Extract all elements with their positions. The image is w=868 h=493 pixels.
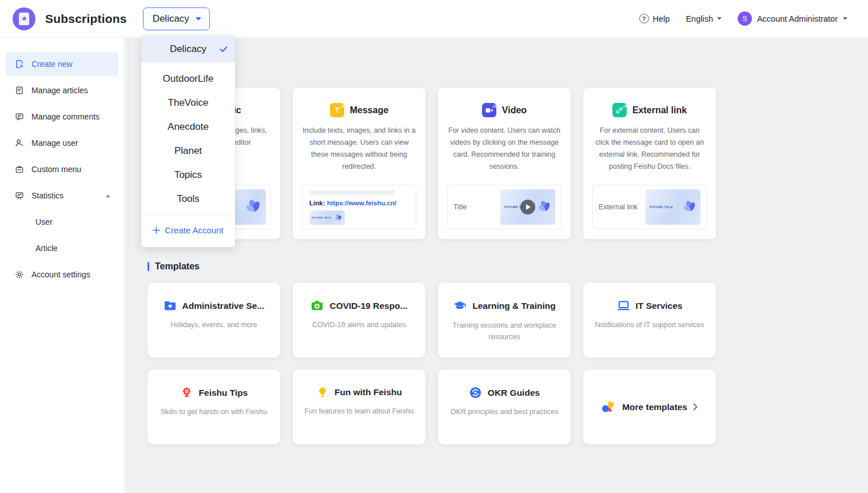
- sidebar-item-label: Manage comments: [31, 112, 99, 121]
- message-preview: Link: https://www.feishu.cn/ FUTURE TALK: [302, 185, 416, 229]
- comment-icon: [15, 112, 24, 121]
- dropdown-item-topics[interactable]: Topics: [141, 163, 235, 187]
- video-doc-icon: [482, 103, 496, 117]
- chevron-right-icon: [693, 403, 698, 411]
- dropdown-item-label: Anecdote: [168, 121, 209, 133]
- template-description: Fun features to learn about Feishu: [303, 405, 415, 417]
- templates-row-2: Feishu Tips Skills to get hands-on with …: [148, 369, 716, 444]
- thumbnail-text: FUTURE TALK: [650, 205, 673, 209]
- dropdown-item-label: Delicacy: [170, 43, 206, 55]
- template-description: Holidays, events, and more: [158, 319, 270, 331]
- dropdown-item-delicacy[interactable]: Delicacy: [141, 35, 235, 62]
- sidebar-item-statistics-article[interactable]: Article: [6, 236, 118, 260]
- content-type-card-external-link[interactable]: External link For external content. User…: [583, 88, 716, 239]
- template-card-it-services[interactable]: IT Services Notifications of IT support …: [583, 283, 716, 357]
- sidebar-item-label: Statistics: [31, 191, 63, 200]
- section-title-bar: [148, 262, 149, 271]
- app-root: Subscriptions Delicacy ? Help English S …: [0, 0, 868, 493]
- sidebar-item-label: Article: [35, 244, 58, 253]
- okr-swirl-icon: [469, 386, 482, 399]
- content-type-card-message[interactable]: Message Include texts, images, and links…: [293, 88, 425, 239]
- template-card-fun-with-feishu[interactable]: Fun with Feishu Fun features to learn ab…: [293, 369, 425, 444]
- preview-label: External link: [599, 203, 638, 211]
- main-content: Graphic Combine rich texts, images, link…: [125, 38, 868, 493]
- sidebar-item-label: Custom menu: [31, 165, 81, 174]
- language-selector[interactable]: English: [686, 14, 722, 23]
- header-actions: ? Help English S Account Administrator: [639, 11, 847, 26]
- link-label: Link:: [309, 200, 325, 206]
- template-description: Training sessions and workplace resource…: [448, 320, 560, 343]
- gear-icon: [15, 270, 24, 279]
- shapes-icon: [602, 401, 616, 414]
- account-name: Account Administrator: [757, 14, 838, 23]
- create-account-label: Create Account: [165, 225, 224, 235]
- graduation-cap-icon: [453, 299, 467, 313]
- flower-illustration: [535, 197, 554, 217]
- dropdown-item-label: Tools: [177, 193, 200, 205]
- dropdown-item-label: TheVoice: [168, 97, 209, 109]
- template-title: COVID-19 Respo...: [329, 301, 407, 311]
- account-menu[interactable]: S Account Administrator: [738, 11, 847, 26]
- medal-icon: [180, 386, 193, 399]
- dropdown-item-anecdote[interactable]: Anecdote: [141, 115, 235, 139]
- template-card-covid[interactable]: COVID-19 Respo... COVID-19 alerts and up…: [293, 283, 425, 357]
- template-card-okr-guides[interactable]: OKR Guides OKR principles and best pract…: [438, 369, 571, 444]
- avatar: S: [738, 11, 752, 26]
- help-button[interactable]: ? Help: [639, 14, 670, 23]
- preview-thumbnail: FUTURE TALK: [309, 210, 345, 225]
- thumbnail-text: FUTURE TALK: [312, 216, 331, 219]
- sidebar-item-custom-menu[interactable]: Custom menu: [6, 157, 118, 181]
- play-icon: [520, 200, 535, 214]
- preview-thumbnail: FUTURE TALK: [646, 189, 700, 225]
- folder-heart-icon: [164, 299, 177, 312]
- sidebar-item-statistics-user[interactable]: User: [6, 210, 118, 234]
- dropdown-item-tools[interactable]: Tools: [141, 187, 235, 211]
- chevron-down-icon: [196, 17, 201, 21]
- dropdown-item-thevoice[interactable]: TheVoice: [141, 91, 235, 115]
- sidebar-item-manage-user[interactable]: Manage user: [6, 131, 118, 155]
- create-account-button[interactable]: Create Account: [141, 216, 235, 244]
- template-description: Skills to get hands-on with Feishu: [158, 406, 270, 418]
- dropdown-item-planet[interactable]: Planet: [141, 139, 235, 163]
- template-card-learning[interactable]: Learning & Training Training sessions an…: [438, 283, 571, 357]
- chevron-up-icon: [106, 194, 110, 197]
- template-description: OKR principles and best practices: [448, 406, 560, 418]
- template-title: Learning & Training: [472, 301, 556, 311]
- account-switcher-label: Delicacy: [153, 13, 189, 25]
- sidebar-item-label: Create new: [31, 59, 73, 69]
- templates-section-title: Templates: [148, 261, 868, 272]
- sidebar-item-label: User: [35, 217, 53, 226]
- sidebar-item-account-settings[interactable]: Account settings: [6, 263, 118, 287]
- sidebar-item-manage-articles[interactable]: Manage articles: [6, 78, 118, 102]
- card-description: Include texts, images, and links in a sh…: [301, 125, 417, 173]
- template-card-feishu-tips[interactable]: Feishu Tips Skills to get hands-on with …: [148, 369, 280, 444]
- account-switcher-button[interactable]: Delicacy: [143, 7, 210, 30]
- sidebar-item-statistics[interactable]: Statistics: [6, 184, 118, 208]
- card-title: Video: [502, 105, 527, 116]
- sidebar-item-manage-comments[interactable]: Manage comments: [6, 105, 118, 129]
- check-icon: [220, 46, 228, 52]
- sidebar-item-label: Manage user: [31, 138, 78, 148]
- user-icon: [15, 138, 24, 148]
- section-title-label: Templates: [155, 261, 200, 272]
- help-label: Help: [653, 14, 670, 23]
- sidebar-item-label: Manage articles: [31, 86, 88, 95]
- card-title: External link: [632, 105, 687, 116]
- more-templates-card[interactable]: More templates: [583, 369, 716, 444]
- dropdown-item-outdoorlife[interactable]: OutdoorLife: [141, 67, 235, 91]
- card-description: For external content. Users can click th…: [592, 125, 707, 173]
- template-title: Administrative Se...: [182, 301, 265, 311]
- template-card-administrative[interactable]: Administrative Se... Holidays, events, a…: [148, 283, 280, 357]
- doc-plus-icon: [15, 59, 24, 69]
- briefcase-icon: [15, 165, 24, 174]
- link-url: https://www.feishu.cn/: [327, 200, 397, 206]
- card-description: For video content. Users can watch video…: [447, 125, 562, 173]
- dropdown-item-label: OutdoorLife: [163, 73, 214, 85]
- more-templates-label: More templates: [622, 402, 687, 412]
- flower-illustration: [333, 213, 344, 223]
- sidebar-item-create-new[interactable]: Create new: [6, 52, 118, 76]
- doc-lines-icon: [15, 86, 24, 95]
- dropdown-item-label: Topics: [174, 169, 202, 181]
- app-logo-icon: [13, 7, 35, 30]
- content-type-card-video[interactable]: Video For video content. Users can watch…: [438, 88, 571, 239]
